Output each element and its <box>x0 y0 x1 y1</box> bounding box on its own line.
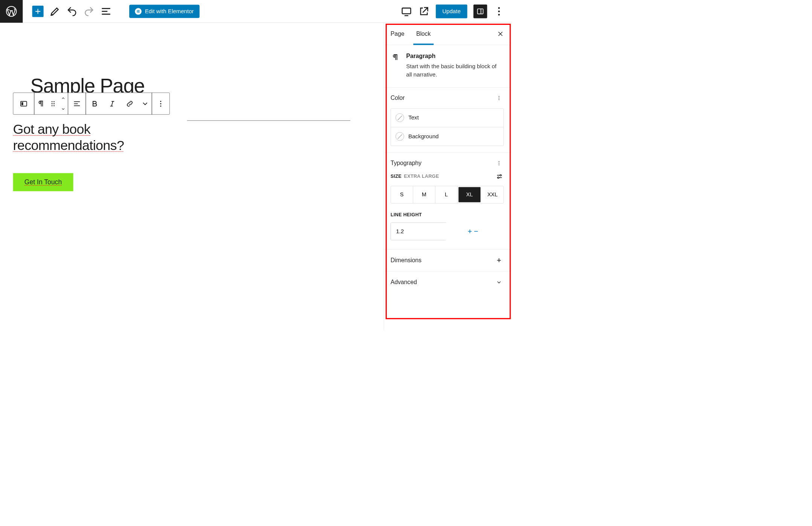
editor-canvas[interactable]: Sample Page <box>0 23 384 330</box>
advanced-panel-header[interactable]: Advanced <box>391 271 504 293</box>
move-block-controls <box>58 93 68 115</box>
color-list: Text Background <box>391 109 504 146</box>
svg-rect-6 <box>478 9 483 14</box>
text-color-row[interactable]: Text <box>391 109 504 127</box>
background-color-row[interactable]: Background <box>391 127 504 145</box>
paragraph-icon <box>391 53 400 62</box>
redo-button[interactable] <box>83 6 95 17</box>
options-menu-button[interactable] <box>493 6 505 17</box>
wordpress-logo[interactable] <box>0 0 23 23</box>
svg-point-28 <box>498 177 499 178</box>
line-height-increase[interactable] <box>467 223 473 240</box>
svg-point-12 <box>52 101 53 102</box>
background-color-swatch <box>395 132 404 141</box>
svg-rect-1 <box>137 10 138 13</box>
size-s[interactable]: S <box>391 186 413 203</box>
line-height-label: LINE HEIGHT <box>391 212 504 217</box>
typography-title: Typography <box>391 160 421 167</box>
block-name: Paragraph <box>406 53 504 60</box>
svg-point-18 <box>160 101 161 102</box>
color-options-button[interactable] <box>494 93 504 102</box>
move-down-button[interactable] <box>58 104 68 114</box>
cta-button[interactable]: Get In Touch <box>13 173 73 191</box>
advanced-expand-button[interactable] <box>494 277 504 287</box>
typography-panel-header[interactable]: Typography <box>391 153 504 173</box>
color-panel-header[interactable]: Color <box>391 87 504 108</box>
block-underline <box>187 120 351 121</box>
dimensions-add-button[interactable] <box>494 255 504 265</box>
typography-panel: Typography SIZE EXTRA LARGE S M L <box>384 153 510 249</box>
size-settings-button[interactable] <box>495 172 504 181</box>
svg-point-17 <box>53 105 55 106</box>
tab-page[interactable]: Page <box>389 23 406 45</box>
align-button[interactable] <box>68 93 86 114</box>
paragraph-block[interactable]: Got any book recommendations? <box>13 121 124 153</box>
paragraph-text-1: Got any book <box>13 121 91 136</box>
toolbar-left <box>23 6 111 17</box>
line-height-decrease[interactable] <box>473 223 479 240</box>
advanced-panel: Advanced <box>384 271 510 293</box>
move-up-button[interactable] <box>58 93 68 104</box>
size-m[interactable]: M <box>413 186 435 203</box>
paragraph-icon[interactable] <box>34 93 47 114</box>
drag-handle-icon[interactable] <box>47 93 58 114</box>
color-title: Color <box>391 95 405 101</box>
svg-point-13 <box>53 101 55 102</box>
svg-point-22 <box>499 98 499 98</box>
svg-point-26 <box>499 164 499 165</box>
size-xxl[interactable]: XXL <box>481 186 503 203</box>
undo-button[interactable] <box>66 6 78 17</box>
svg-point-23 <box>499 99 499 100</box>
block-info: Paragraph Start with the basic building … <box>384 45 510 87</box>
elementor-label: Edit with Elementor <box>145 8 194 15</box>
line-height-field[interactable] <box>391 223 467 240</box>
svg-rect-5 <box>402 8 411 14</box>
update-button[interactable]: Update <box>436 5 467 18</box>
sidebar-tabs: Page Block <box>384 23 510 45</box>
cta-label: Get In Touch <box>24 178 62 185</box>
size-row: SIZE EXTRA LARGE <box>391 172 504 181</box>
svg-point-16 <box>52 105 53 106</box>
size-label: SIZE <box>391 174 401 179</box>
size-picker: S M L XL XXL <box>391 186 504 203</box>
svg-point-15 <box>53 103 55 104</box>
close-sidebar-button[interactable] <box>496 29 505 38</box>
document-overview-button[interactable] <box>100 6 111 17</box>
svg-point-7 <box>498 7 500 9</box>
more-format-button[interactable] <box>139 93 152 114</box>
elementor-icon <box>135 8 142 15</box>
dimensions-panel-header[interactable]: Dimensions <box>391 249 504 271</box>
svg-point-8 <box>498 11 500 12</box>
bold-button[interactable] <box>86 93 104 114</box>
paragraph-text-2: recommendations? <box>13 138 124 153</box>
italic-button[interactable] <box>104 93 121 114</box>
line-height-input <box>391 223 446 240</box>
dimensions-title: Dimensions <box>391 257 421 263</box>
svg-point-24 <box>499 161 499 162</box>
text-color-label: Text <box>408 115 419 121</box>
sidebar-toggle-button[interactable] <box>473 5 487 18</box>
dimensions-panel: Dimensions <box>384 249 510 271</box>
select-parent-button[interactable] <box>13 93 34 114</box>
add-block-button[interactable] <box>32 6 43 17</box>
svg-rect-2 <box>138 10 140 11</box>
link-button[interactable] <box>121 93 139 114</box>
svg-rect-4 <box>138 12 140 13</box>
typography-options-button[interactable] <box>494 158 504 168</box>
size-l[interactable]: L <box>435 186 458 203</box>
svg-point-27 <box>500 174 501 176</box>
block-options-button[interactable] <box>152 93 169 114</box>
edit-with-elementor-button[interactable]: Edit with Elementor <box>129 5 200 18</box>
view-external-icon[interactable] <box>418 6 429 17</box>
tab-block[interactable]: Block <box>415 23 432 45</box>
top-toolbar: Edit with Elementor Update <box>0 0 510 23</box>
view-desktop-icon[interactable] <box>401 6 412 17</box>
size-xl[interactable]: XL <box>458 187 480 202</box>
edit-icon[interactable] <box>49 6 61 17</box>
background-color-label: Background <box>408 133 439 140</box>
svg-point-21 <box>499 96 499 97</box>
svg-point-20 <box>160 106 161 107</box>
advanced-title: Advanced <box>391 279 417 286</box>
svg-point-9 <box>498 14 500 15</box>
toolbar-right: Update <box>401 5 505 18</box>
